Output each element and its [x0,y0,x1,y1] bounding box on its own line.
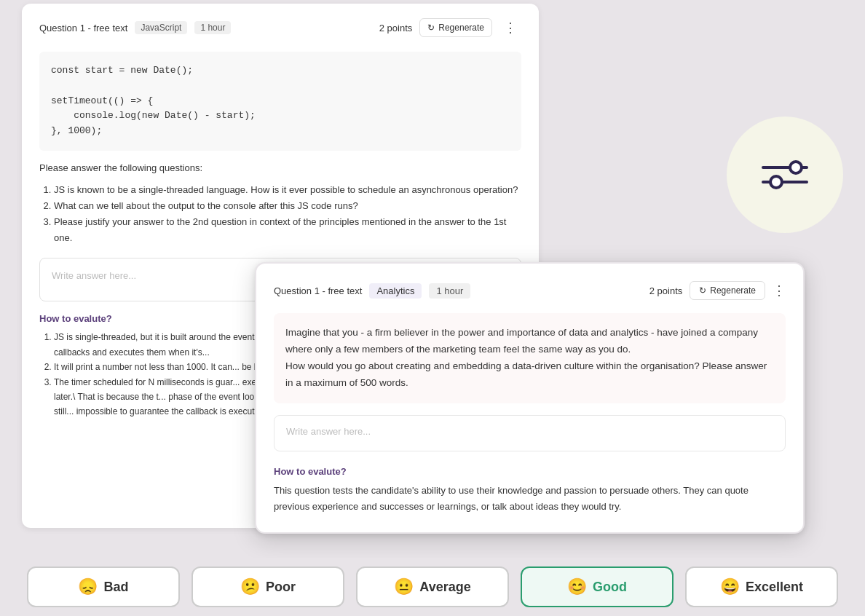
question-intro: Please answer the following questions: [39,162,521,173]
svg-point-3 [770,176,782,188]
bg-more-button[interactable]: ⋮ [499,18,521,37]
bg-time-tag: 1 hour [194,21,231,34]
regen-icon: ↻ [427,23,435,33]
poor-icon: 😕 [240,577,260,596]
overlay-points: 2 points [649,285,683,296]
bg-answer-placeholder: Write answer here... [52,270,136,281]
code-block: const start = new Date(); setTimeout(() … [39,52,521,151]
overlay-question-content: Imagine that you - a firm believer in th… [285,327,767,388]
code-content: const start = new Date(); setTimeout(() … [51,63,510,139]
good-icon: 😊 [567,577,587,596]
overlay-answer-area[interactable]: Write answer here... [274,415,786,451]
question-item-2: What can we tell about the output to the… [54,198,521,214]
bad-icon: 😞 [78,577,98,596]
overlay-answer-placeholder: Write answer here... [286,426,371,437]
bad-label: Bad [103,580,128,595]
overlay-question-label: Question 1 - free text [274,285,362,296]
bg-regenerate-button[interactable]: ↻ Regenerate [419,18,492,37]
rating-excellent-button[interactable]: 😄 Excellent [685,566,838,607]
overlay-eval-text: This question tests the candidate's abil… [274,483,786,515]
excellent-label: Excellent [746,580,803,595]
question-list: JS is known to be a single-threaded lang… [39,182,521,246]
settings-icon [756,153,814,197]
question-item-3: Please justify your answer to the 2nd qu… [54,214,521,246]
svg-point-1 [790,162,802,173]
overlay-more-button[interactable]: ⋮ [773,283,786,299]
bg-points: 2 points [379,23,413,33]
average-icon: 😐 [394,577,414,596]
overlay-eval-title: How to evalute? [274,466,786,477]
average-label: Average [419,580,470,595]
rating-good-button[interactable]: 😊 Good [521,566,674,607]
rating-average-button[interactable]: 😐 Average [356,566,509,607]
bg-card-header: Question 1 - free text JavaScript 1 hour… [39,18,521,37]
bg-question-label: Question 1 - free text [39,23,127,33]
rating-bar: 😞 Bad 😕 Poor 😐 Average 😊 Good 😄 Excellen… [0,558,865,616]
overlay-header: Question 1 - free text Analytics 1 hour … [274,281,786,300]
question-item-1: JS is known to be a single-threaded lang… [54,182,521,198]
overlay-question-card: Question 1 - free text Analytics 1 hour … [255,262,805,534]
overlay-question-text: Imagine that you - a firm believer in th… [274,313,786,403]
bg-tech-tag: JavaScript [135,21,187,34]
overlay-how-to-evaluate: How to evalute? This question tests the … [274,463,786,515]
rating-bad-button[interactable]: 😞 Bad [27,566,180,607]
poor-label: Poor [266,580,296,595]
overlay-regenerate-button[interactable]: ↻ Regenerate [690,281,765,300]
decorative-circle [727,117,843,233]
overlay-time-tag: 1 hour [429,283,470,299]
overlay-regen-icon: ↻ [699,285,706,296]
overlay-topic-tag: Analytics [369,283,422,299]
rating-poor-button[interactable]: 😕 Poor [191,566,344,607]
good-label: Good [593,580,627,595]
excellent-icon: 😄 [720,577,740,596]
